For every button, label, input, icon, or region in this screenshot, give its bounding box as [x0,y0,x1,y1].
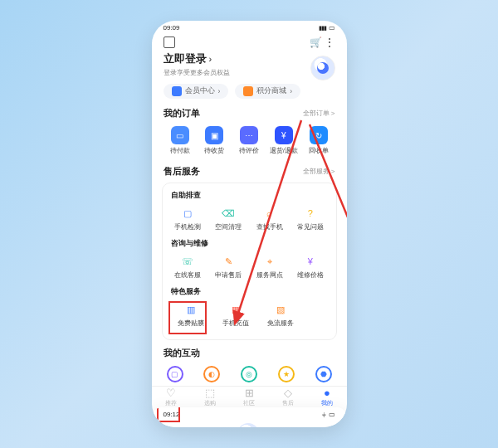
chevron-right-icon: › [209,54,212,64]
form-icon: ✎ [221,254,236,269]
wallet-icon: ▭ [171,126,189,144]
phone-icon: ▢ [180,206,195,221]
chip-3[interactable]: ◎ [241,366,257,382]
user-icon: ● [324,387,330,399]
status-time: 09:12 [164,411,180,418]
free-traffic[interactable]: ▧免流服务 [262,302,299,328]
bottom-nav: ♡推荐 ⬚选购 ⊞社区 ◇售后 ●我的 [152,386,347,407]
coin-icon [243,86,253,96]
selfcheck-title: 自助排查 [168,188,331,204]
grid-icon: ⊞ [245,387,254,399]
aftersale-more[interactable]: 全部服务 > [303,167,335,176]
phone-recharge[interactable]: ▦手机充值 [217,302,254,328]
orders-header: 我的订单 全部订单 > [152,105,347,121]
status-bar: 09:12 ⏚▭ [152,407,347,418]
interact-header: 我的互动 [152,345,347,361]
chat-icon: ⋯ [240,126,258,144]
tab-service[interactable]: ◇售后 [282,387,294,407]
phone-left: 09:09 ▮▮▮▭ 🛒 ⋮ 立即登录 › 登录享受更多会员权益 会员中心› 积… [152,21,347,427]
service-point[interactable]: ⌖服务网点 [251,254,288,280]
status-bar: 09:09 ▮▮▮▭ [152,21,347,32]
selfcheck-grid: ▢手机检测 ⌫空间清理 ⌕查找手机 ?常见问题 [168,204,331,236]
repair-price[interactable]: ¥维修价格 [292,254,329,280]
recycle-icon: ↻ [310,126,328,144]
tab-shop[interactable]: ⬚选购 [204,387,216,407]
find-phone[interactable]: ⌕查找手机 [251,206,288,231]
orders-more[interactable]: 全部订单 > [303,109,335,118]
phone-right: 09:12 ⏚▭ 〈 ••• 09:11 Hi，亲爱的V粉，新年快乐！有什么问题… [152,407,347,427]
status-icons: ▮▮▮▭ [319,24,335,32]
tab-community[interactable]: ⊞社区 [243,387,255,407]
interact-title: 我的互动 [164,347,200,359]
order-recycle[interactable]: ↻回收单 [304,126,334,155]
tab-mine[interactable]: ●我的 [321,387,333,407]
status-icons: ⏚▭ [322,411,335,418]
orders-row: ▭待付款 ▣待收货 ⋯待评价 ¥退货/退款 ↻回收单 [152,121,347,163]
bot-avatar [237,423,259,427]
order-refund[interactable]: ¥退货/退款 [269,126,299,155]
box-icon: ▣ [205,126,223,144]
interact-row: ▢ ◐ ◎ ★ ⬣ [152,361,347,386]
avatar[interactable] [310,56,335,80]
traffic-icon: ▧ [273,302,288,317]
location-icon: ⌖ [262,254,277,269]
diamond-icon [172,86,182,96]
recharge-icon: ▦ [228,302,243,317]
shield-icon: ◇ [284,387,292,399]
chat-header: 〈 ••• [152,418,347,427]
pill-member[interactable]: 会员中心› [164,84,229,99]
cart-icon[interactable]: 🛒 ⋮ [310,37,334,48]
chip-1[interactable]: ▢ [167,366,183,382]
chip-2[interactable]: ◐ [203,366,220,382]
broom-icon: ⌫ [221,206,236,221]
headset-icon: ☏ [180,254,195,269]
phone-check[interactable]: ▢手机检测 [169,206,206,231]
orders-title: 我的订单 [164,107,200,119]
bag-icon: ⬚ [205,387,215,399]
aftersale-header: 售后服务 全部服务 > [152,163,347,179]
space-clean[interactable]: ⌫空间清理 [210,206,247,231]
chip-4[interactable]: ★ [278,366,295,382]
special-grid: ▥免费贴膜 ▦手机充值 ▧免流服务 [168,300,331,333]
heart-icon: ♡ [166,387,176,399]
question-icon: ? [303,206,318,221]
aftersale-card: 自助排查 ▢手机检测 ⌫空间清理 ⌕查找手机 ?常见问题 咨询与维修 ☏在线客服… [162,183,337,340]
consult-grid: ☏在线客服 ✎申请售后 ⌖服务网点 ¥维修价格 [168,252,331,285]
settings-icon[interactable] [164,37,175,48]
refund-icon: ¥ [275,126,293,144]
consult-title: 咨询与维修 [168,236,331,252]
online-service[interactable]: ☏在线客服 [169,254,206,280]
pill-points[interactable]: 积分商城› [235,84,300,99]
order-pending-pay[interactable]: ▭待付款 [165,126,195,155]
apply-aftersale[interactable]: ✎申请售后 [210,254,247,280]
aftersale-title: 售后服务 [164,165,200,178]
free-film[interactable]: ▥免费贴膜 [173,302,209,328]
pill-row: 会员中心› 积分商城› [152,80,347,105]
order-pending-review[interactable]: ⋯待评价 [234,126,264,155]
faq[interactable]: ?常见问题 [292,206,329,231]
price-icon: ¥ [303,254,318,269]
special-title: 特色服务 [168,285,331,300]
tab-recommend[interactable]: ♡推荐 [165,387,177,407]
order-pending-ship[interactable]: ▣待收货 [199,126,229,155]
top-bar: 🛒 ⋮ [152,32,347,50]
back-icon[interactable]: 〈 [162,426,173,427]
login-title: 立即登录 [164,51,207,66]
search-icon: ⌕ [262,206,277,221]
film-icon: ▥ [183,302,198,317]
status-time: 09:09 [164,24,180,32]
chip-5[interactable]: ⬣ [315,366,332,382]
